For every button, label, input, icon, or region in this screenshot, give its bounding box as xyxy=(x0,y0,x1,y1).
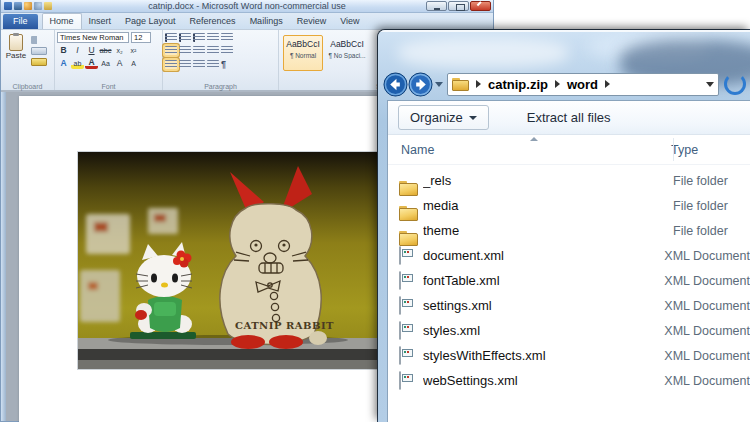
font-color-icon[interactable]: A xyxy=(85,58,98,69)
column-header-name[interactable]: Name xyxy=(388,143,660,157)
tab-review[interactable]: Review xyxy=(290,14,334,29)
shelf-front xyxy=(78,360,378,369)
sort-icon[interactable] xyxy=(207,60,219,69)
catnip-rabbit-photo: CATNIP RABBIT xyxy=(78,152,378,369)
paste-button[interactable]: Paste xyxy=(3,32,29,60)
shelf-shadow-band xyxy=(78,349,378,361)
tab-home[interactable]: Home xyxy=(42,13,82,29)
zip-folder-icon xyxy=(452,78,469,91)
font-size-combo[interactable]: 12 xyxy=(131,32,151,43)
tab-insert[interactable]: Insert xyxy=(82,14,119,29)
breadcrumb-arrow-icon[interactable] xyxy=(605,80,610,88)
xml-document-icon xyxy=(399,271,401,290)
change-case-icon[interactable]: Aa xyxy=(99,58,112,69)
format-painter-icon[interactable] xyxy=(31,58,47,66)
command-bar: Organize Extract all files xyxy=(388,101,750,135)
decrease-indent-icon[interactable] xyxy=(207,33,219,42)
explorer-content: Organize Extract all files Name Type _re… xyxy=(387,100,750,422)
address-dropdown-icon[interactable] xyxy=(706,82,714,87)
breadcrumb-arrow-icon[interactable] xyxy=(555,80,560,88)
column-headers: Name Type xyxy=(388,135,750,165)
bold-icon[interactable]: B xyxy=(57,45,70,56)
file-row-styleswitheffects-xml[interactable]: stylesWithEffects.xml XML Document xyxy=(388,343,750,368)
increase-indent-icon[interactable] xyxy=(221,33,233,42)
file-row-rels[interactable]: _rels File folder xyxy=(388,168,750,193)
clipboard-group: Paste Clipboard xyxy=(1,30,55,90)
tab-mailings[interactable]: Mailings xyxy=(243,14,290,29)
file-row-fonttable-xml[interactable]: fontTable.xml XML Document xyxy=(388,268,750,293)
justify-icon[interactable] xyxy=(207,46,219,55)
chevron-down-icon xyxy=(469,116,477,120)
clipboard-group-label: Clipboard xyxy=(1,83,54,90)
xml-document-icon xyxy=(399,246,401,265)
tab-references[interactable]: References xyxy=(183,14,243,29)
file-list: _rels File folder media File folder them… xyxy=(388,165,750,393)
back-icon[interactable] xyxy=(383,72,408,97)
strikethrough-icon[interactable]: abc xyxy=(99,45,112,56)
text-effects-icon[interactable]: A xyxy=(57,58,70,69)
font-name-combo[interactable]: Times New Roman xyxy=(57,32,129,43)
window-title: catnip.docx - Microsoft Word non-commerc… xyxy=(1,1,493,11)
tab-file[interactable]: File xyxy=(3,14,38,29)
align-left-icon[interactable] xyxy=(165,46,177,55)
rabbit-foot-right xyxy=(269,335,303,349)
text-direction-icon[interactable] xyxy=(165,60,177,69)
xml-document-icon xyxy=(399,371,401,390)
word-titlebar: catnip.docx - Microsoft Word non-commerc… xyxy=(1,0,493,13)
forward-icon[interactable] xyxy=(408,72,433,97)
address-bar[interactable]: catnip.zip word xyxy=(447,73,719,96)
copy-icon[interactable] xyxy=(31,47,47,55)
file-row-styles-xml[interactable]: styles.xml XML Document xyxy=(388,318,750,343)
word-window-frame xyxy=(1,92,6,421)
multilevel-list-icon[interactable] xyxy=(193,33,205,42)
subscript-icon[interactable]: x₂ xyxy=(113,45,126,56)
paragraph-group: ¶ Paragraph xyxy=(163,30,279,90)
tab-page-layout[interactable]: Page Layout xyxy=(118,14,183,29)
show-paragraph-marks-icon[interactable]: ¶ xyxy=(221,59,226,69)
tab-view[interactable]: View xyxy=(333,14,366,29)
address-bar-row: catnip.zip word xyxy=(378,68,750,100)
highlight-color-icon[interactable]: ab xyxy=(71,58,84,69)
align-right-icon[interactable] xyxy=(193,46,205,55)
file-row-settings-xml[interactable]: settings.xml XML Document xyxy=(388,293,750,318)
minimize-button[interactable] xyxy=(426,1,447,11)
file-row-media[interactable]: media File folder xyxy=(388,193,750,218)
line-spacing-icon[interactable] xyxy=(221,46,233,55)
breadcrumb-catnip-zip[interactable]: catnip.zip xyxy=(488,77,548,92)
style-normal[interactable]: AaBbCcI ¶ Normal xyxy=(283,35,323,71)
extract-all-files-button[interactable]: Extract all files xyxy=(519,106,619,129)
rabbit-foot-left xyxy=(231,335,265,349)
xml-document-icon xyxy=(399,346,401,365)
recent-pages-icon[interactable] xyxy=(435,82,443,87)
refresh-icon[interactable] xyxy=(724,73,746,95)
bullets-icon[interactable] xyxy=(165,33,177,42)
close-button[interactable] xyxy=(470,1,491,11)
document-photo[interactable]: CATNIP RABBIT xyxy=(78,152,378,369)
font-group: Times New Roman 12 B I U abc x₂ x² A ab … xyxy=(55,30,163,90)
italic-icon[interactable]: I xyxy=(71,45,84,56)
file-row-document-xml[interactable]: document.xml XML Document xyxy=(388,243,750,268)
font-group-label: Font xyxy=(55,83,162,90)
superscript-icon[interactable]: x² xyxy=(127,45,140,56)
shrink-font-icon[interactable]: A xyxy=(127,58,140,69)
column-separator[interactable] xyxy=(673,138,674,161)
xml-document-icon xyxy=(399,296,401,315)
column-header-type[interactable]: Type xyxy=(660,143,698,157)
align-center-icon[interactable] xyxy=(179,46,191,55)
breadcrumb-arrow-icon[interactable] xyxy=(476,80,481,88)
sort-ascending-icon xyxy=(530,137,538,141)
ribbon-tab-bar: File Home Insert Page Layout References … xyxy=(1,13,493,30)
numbering-icon[interactable] xyxy=(179,33,191,42)
grow-font-icon[interactable]: A xyxy=(113,58,126,69)
borders-icon[interactable] xyxy=(193,60,205,69)
breadcrumb-word[interactable]: word xyxy=(567,77,598,92)
shading-icon[interactable] xyxy=(179,60,191,69)
style-no-spacing[interactable]: AaBbCcI ¶ No Spaci... xyxy=(327,35,367,71)
file-row-theme[interactable]: theme File folder xyxy=(388,218,750,243)
organize-button[interactable]: Organize xyxy=(398,105,489,130)
cut-icon[interactable] xyxy=(31,36,47,44)
maximize-button[interactable] xyxy=(448,1,469,11)
toy-text: CATNIP RABBIT xyxy=(235,320,334,331)
file-row-websettings-xml[interactable]: webSettings.xml XML Document xyxy=(388,368,750,393)
underline-icon[interactable]: U xyxy=(85,45,98,56)
